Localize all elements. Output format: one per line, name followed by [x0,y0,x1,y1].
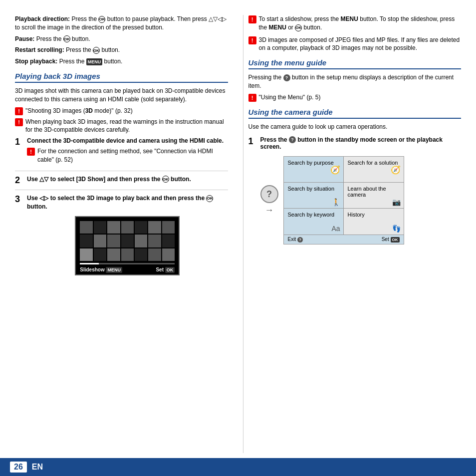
right-note-icon-1: ! [248,15,256,23]
progress-bar-fill [80,263,99,264]
page-language: EN [32,463,43,472]
menu-btn-stop: MENU [86,58,103,66]
guide-row-3: Search by keyword Aa History 👣 [284,209,404,235]
exit-icon: ? [297,237,303,242]
guide-panel-container: ? → Search by purpose 🧭 Search for a sol… [260,156,462,244]
playback-direction-label: Playback direction: [15,15,70,22]
step-3-num: 3 [15,194,23,205]
thumb-2 [94,221,106,234]
ok-icon-slideshow: OK [165,267,175,273]
slideshow-label: Slideshow MENU [80,267,122,273]
stop-para: Stop playback: Press the MENU button. [15,57,228,66]
camera-icon: 📷 [392,198,401,206]
search-situation-label: Search by situation [288,186,335,192]
thumb-9 [94,235,106,247]
thumb-13 [148,235,161,247]
ok-btn-footer: OK [391,237,400,242]
note-1: ! "Shooting 3D images (3D mode)" (p. 32) [15,107,228,115]
thumb-8 [80,235,92,247]
menu-guide-intro: Pressing the ? button in the setup menu … [248,73,462,90]
slideshow-preview: Slideshow MENU Set OK [75,216,180,276]
thumb-3 [107,221,120,234]
stop-text: Press the MENU button. [59,58,123,65]
right-note-icon-2: ! [248,36,256,44]
guide-cell-learn-camera: Learn about the camera 📷 [344,183,404,209]
camera-guide-header: Using the camera guide [248,108,462,119]
stop-label: Stop playback: [15,58,57,65]
step-1-note: ! For the connection and setting method,… [27,147,228,164]
thumb-14 [162,235,175,247]
left-column: Playback direction: Press the OK button … [15,15,233,453]
thumb-11 [121,235,134,247]
guide-cell-search-situation: Search by situation 🚶 [284,183,344,209]
search-keyword-label: Search by keyword [288,212,335,218]
restart-label: Restart scrolling: [15,46,64,53]
camera-guide-step1: 1 Press the ? button in the standby mode… [248,136,462,151]
step-1-content: Connect the 3D-compatible device and cam… [27,137,228,166]
pause-label: Pause: [15,35,34,42]
ok-icon-step3: OK [206,195,213,202]
camera-guide-intro: Use the camera guide to look up camera o… [248,123,462,131]
thumb-10 [107,235,120,247]
step-3-block: 3 Use ◁▷ to select the 3D image to play … [15,194,228,284]
ok-button-icon: OK [98,16,105,23]
right-note-1: ! To start a slideshow, press the MENU b… [248,15,462,32]
thumb-7 [162,221,175,234]
text-icon: Aa [331,225,340,233]
thumb-16 [94,248,106,261]
guide-grid: Search by purpose 🧭 Search for a solutio… [283,156,404,244]
search-purpose-label: Search by purpose [288,160,334,166]
thumb-12 [135,235,147,247]
right-note-2: ! 3D images are composed of JPEG files a… [248,36,462,53]
step-1-num: 1 [15,137,23,148]
page-footer: 26 EN [0,458,476,476]
guide-cell-search-purpose: Search by purpose 🧭 [284,157,344,183]
menu-icon-slideshow: MENU [106,267,122,273]
note-icon-2: ! [15,118,23,126]
guide-arrow-area: ? → [260,185,278,216]
restart-text: Press the OK button. [66,46,120,53]
note-2: ! When playing back 3D images, read the … [15,118,228,135]
step-2-title: Use △▽ to select [3D Show] and then pres… [27,175,228,184]
question-icon-step1: ? [289,136,296,143]
guide-panel-footer: Exit ? Set OK [284,235,404,244]
step-1-block: 1 Connect the 3D-compatible device and c… [15,137,228,171]
note-text-2: When playing back 3D images, read the wa… [25,118,228,135]
step-3-content: Use ◁▷ to select the 3D image to play ba… [27,194,228,280]
guide-row-2: Search by situation 🚶 Learn about the ca… [284,183,404,209]
step-3-title: Use ◁▷ to select the 3D image to play ba… [27,194,228,211]
guide-row-1: Search by purpose 🧭 Search for a solutio… [284,157,404,183]
menu-guide-note: ! "Using the Menu" (p. 5) [248,93,462,102]
question-icon-menu: ? [283,74,290,81]
pause-para: Pause: Press the OK button. [15,35,228,43]
progress-bar-bg [80,263,175,264]
right-note-text-2: 3D images are composed of JPEG files and… [259,36,462,53]
camera-guide-step-num: 1 [248,136,256,147]
thumb-20 [148,248,161,261]
step-2-block: 2 Use △▽ to select [3D Show] and then pr… [15,175,228,191]
guide-cell-history: History 👣 [344,209,404,235]
page: Playback direction: Press the OK button … [0,0,476,476]
step-2-content: Use △▽ to select [3D Show] and then pres… [27,175,228,186]
content-area: Playback direction: Press the OK button … [0,0,476,458]
playback-direction-para: Playback direction: Press the OK button … [15,15,228,32]
thumb-1 [80,221,92,234]
history-label: History [348,212,365,218]
ok-icon-step2: OK [162,176,169,183]
menu-guide-note-icon: ! [248,94,256,102]
compass-icon-2: 🧭 [391,165,401,174]
thumb-18 [121,248,134,261]
question-btn-icon: ? [260,185,278,203]
camera-guide-step-title: Press the ? button in the standby mode s… [260,136,462,151]
step-1-note-icon: ! [27,148,35,156]
guide-cell-search-solution: Search for a solution 🧭 [344,157,404,183]
thumb-21 [162,248,175,261]
thumb-6 [148,221,161,234]
thumb-17 [107,248,120,261]
thumb-4 [121,221,134,234]
compass-icon-1: 🧭 [330,165,340,174]
thumb-grid [80,221,175,261]
ok-icon-restart: OK [93,47,100,54]
ok-icon-right1: OK [295,24,302,31]
arrow-right-icon: → [265,205,274,216]
